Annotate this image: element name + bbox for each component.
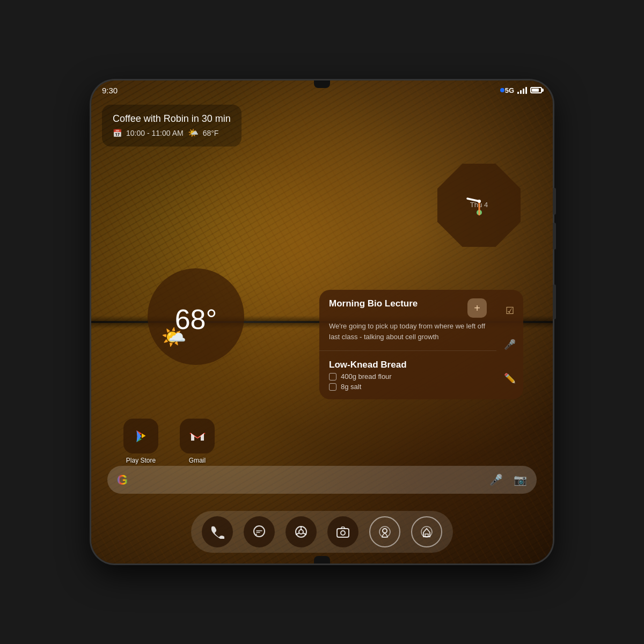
note-1-section[interactable]: Morning Bio Lecture + We're going to pic… (319, 290, 496, 350)
front-camera (500, 88, 504, 92)
screen: 9:30 5G Coffee with Robin in 30 min 📅 10… (91, 80, 553, 564)
play-store-label: Play Store (126, 457, 156, 464)
chrome-icon (294, 525, 308, 539)
status-icons: 5G (505, 86, 542, 94)
calendar-icon: 📅 (113, 129, 122, 137)
signal-bar-2 (520, 90, 522, 94)
svg-line-0 (467, 199, 479, 201)
signal-bar-1 (517, 92, 519, 94)
svg-rect-15 (425, 534, 428, 537)
dock-chrome[interactable] (286, 516, 317, 547)
notes-widget-inner: Morning Bio Lecture + We're going to pic… (319, 290, 523, 399)
battery-fill (532, 89, 539, 92)
play-store-icon (123, 419, 158, 453)
notification-card[interactable]: Coffee with Robin in 30 min 📅 10:00 - 11… (102, 105, 241, 147)
weather-widget[interactable]: 68° 🌤️ (148, 268, 244, 365)
add-button[interactable]: + (467, 298, 487, 318)
volume-up-button[interactable] (553, 188, 556, 215)
search-bar[interactable]: G 🎤 📷 (107, 466, 537, 494)
bread-item-1: 400g bread flour (329, 372, 487, 380)
battery-icon (530, 87, 542, 93)
play-store-svg (134, 429, 149, 444)
notification-weather: 68°F (203, 129, 219, 137)
home-icon (420, 525, 434, 539)
gmail-svg (189, 430, 206, 443)
svg-point-11 (341, 531, 345, 535)
note-1-body: We're going to pick up today from where … (329, 321, 487, 342)
phone-device: 9:30 5G Coffee with Robin in 30 min 📅 10… (91, 80, 553, 564)
phone-icon (210, 525, 224, 539)
hinge-bottom (314, 556, 330, 564)
notes-widget[interactable]: Morning Bio Lecture + We're going to pic… (319, 290, 523, 399)
dock-maps[interactable] (369, 516, 400, 547)
clock-background: Thu 4 (437, 164, 521, 247)
svg-point-6 (299, 530, 303, 534)
signal-bar-4 (525, 87, 527, 94)
dock-messages[interactable] (244, 516, 275, 547)
search-mic-icon[interactable]: 🎤 (489, 473, 503, 486)
weather-icon-big: 🌤️ (161, 325, 186, 349)
play-store-app[interactable]: Play Store (123, 419, 158, 464)
note-2-section[interactable]: Low-Knead Bread 400g bread flour 8g salt (319, 350, 496, 399)
notes-sidebar: ☑ 🎤 ✏️ (496, 290, 523, 399)
search-camera-icon[interactable]: 📷 (514, 473, 527, 486)
svg-rect-10 (337, 529, 349, 537)
google-logo: G (117, 472, 128, 488)
note-1-header: Morning Bio Lecture + (329, 298, 487, 318)
svg-point-2 (478, 200, 481, 203)
notes-checkbox-icon[interactable]: ☑ (506, 305, 514, 317)
notification-time: 10:00 - 11:00 AM (126, 129, 184, 137)
app-icons-row: Play Store Gmail (123, 419, 215, 464)
signal-bar-3 (523, 89, 524, 94)
checkbox-1[interactable] (329, 373, 336, 380)
notification-time-row: 📅 10:00 - 11:00 AM 🌤️ 68°F (113, 128, 231, 138)
status-bar: 9:30 5G (91, 80, 553, 100)
power-button[interactable] (553, 284, 556, 319)
dock (191, 511, 453, 553)
volume-down-button[interactable] (553, 223, 556, 250)
gmail-icon (180, 419, 215, 453)
svg-point-13 (383, 529, 387, 533)
gmail-app[interactable]: Gmail (180, 419, 215, 464)
clock-face (458, 180, 501, 223)
messages-icon (252, 525, 266, 539)
notification-title: Coffee with Robin in 30 min (113, 113, 231, 125)
dock-home[interactable] (411, 516, 442, 547)
signal-bars (517, 86, 527, 94)
network-indicator: 5G (505, 86, 514, 94)
dock-phone[interactable] (202, 516, 233, 547)
maps-icon (378, 525, 392, 539)
note-2-title: Low-Knead Bread (329, 360, 487, 370)
camera-icon (336, 525, 350, 539)
status-time: 9:30 (102, 86, 118, 95)
clock-widget[interactable]: Thu 4 (437, 164, 521, 247)
notes-content: Morning Bio Lecture + We're going to pic… (319, 290, 496, 399)
note-1-title: Morning Bio Lecture (329, 298, 418, 309)
bread-item-1-label: 400g bread flour (341, 372, 392, 380)
notes-mic-icon[interactable]: 🎤 (504, 339, 516, 350)
dock-camera[interactable] (327, 516, 358, 547)
checkbox-2[interactable] (329, 383, 336, 391)
gmail-label: Gmail (189, 457, 206, 464)
notes-pencil-icon[interactable]: ✏️ (504, 372, 516, 384)
bread-item-2-label: 8g salt (341, 383, 361, 391)
bread-item-2: 8g salt (329, 383, 487, 391)
weather-icon-small: 🌤️ (188, 128, 199, 138)
